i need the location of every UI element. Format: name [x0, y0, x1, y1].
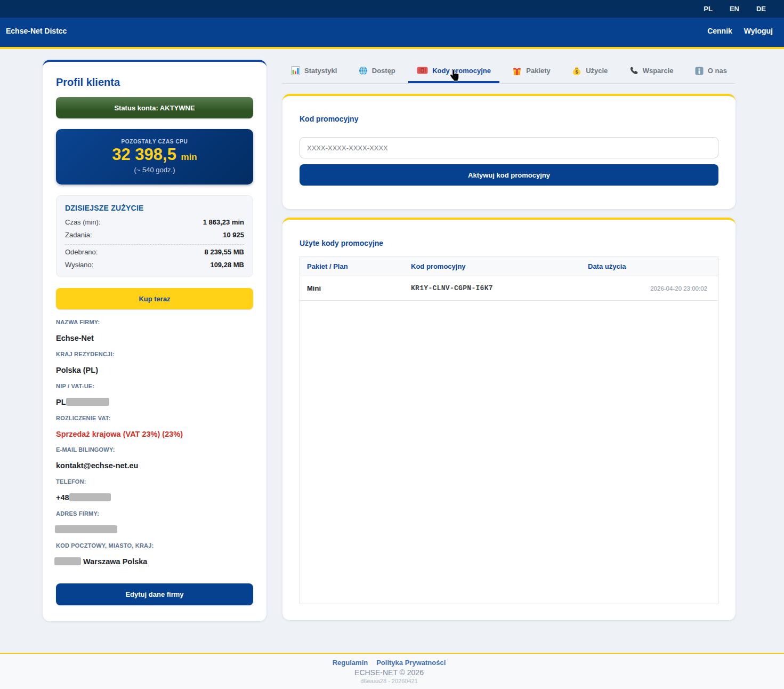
- svg-text:$: $: [576, 69, 579, 75]
